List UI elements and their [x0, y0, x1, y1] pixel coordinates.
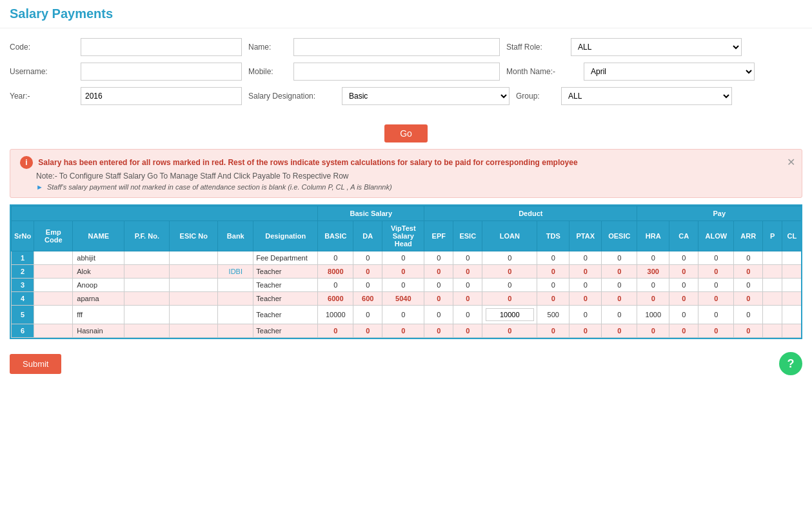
th-ca: CA — [669, 221, 698, 251]
code-input[interactable] — [81, 38, 242, 56]
cell-srno: 5 — [12, 306, 34, 324]
cell-oesic: 0 — [602, 279, 637, 292]
username-input[interactable] — [81, 63, 242, 81]
cell-esicno — [170, 279, 218, 292]
cell-name: abhijit — [73, 251, 124, 265]
col-group-pay: Pay — [637, 206, 802, 221]
cell-bank — [218, 306, 253, 324]
cell-desig: Teacher — [253, 279, 318, 292]
month-name-select[interactable]: JanuaryFebruaryMarch AprilMayJune JulyAu… — [584, 63, 755, 81]
th-desig: Designation — [253, 221, 318, 251]
cell-oesic: 0 — [602, 324, 637, 338]
form-row-1: Code: Name: Staff Role: ALL Teacher Admi… — [10, 38, 802, 56]
table-row: 4 aparna Teacher 6000 600 5040 0 0 0 0 0… — [12, 292, 803, 306]
cell-p — [763, 324, 782, 338]
cell-ptax: 0 — [569, 324, 602, 338]
th-esic: ESIC — [453, 221, 482, 251]
cell-vip: 0 — [382, 324, 424, 338]
table-row: 3 Anoop Teacher 0 0 0 0 0 0 0 0 0 0 0 0 … — [12, 279, 803, 292]
info-icon: i — [20, 156, 33, 169]
cell-ca: 0 — [669, 251, 698, 265]
year-label: Year:- — [10, 92, 74, 101]
cell-da: 0 — [353, 324, 382, 338]
cell-vip: 0 — [382, 279, 424, 292]
th-esicno: ESIC No — [170, 221, 218, 251]
cell-p — [763, 306, 782, 324]
col-group-row: Basic Salary Deduct Pay — [12, 206, 803, 221]
cell-pf — [124, 279, 170, 292]
cell-hra: 0 — [637, 324, 669, 338]
col-group-basic: Basic Salary — [318, 206, 424, 221]
form-section: Code: Name: Staff Role: ALL Teacher Admi… — [0, 28, 812, 118]
group-label: Group: — [516, 92, 555, 101]
form-row-3: Year:- Salary Designation: BasicAdvanceO… — [10, 87, 802, 105]
cell-arr: 0 — [734, 292, 763, 306]
help-button[interactable]: ? — [779, 352, 802, 375]
page-header: Salary Payments — [0, 0, 812, 28]
cell-srno: 1 — [12, 251, 34, 265]
cell-basic: 10000 — [318, 306, 353, 324]
year-input[interactable] — [81, 87, 242, 105]
cell-basic: 0 — [318, 324, 353, 338]
cell-epf: 0 — [424, 306, 453, 324]
col-group-extra — [802, 206, 802, 221]
cell-loan[interactable] — [482, 306, 537, 324]
cell-ptax: 0 — [569, 279, 602, 292]
cell-alow: 0 — [698, 324, 734, 338]
cell-srno: 2 — [12, 265, 34, 279]
cell-tds: 500 — [537, 306, 569, 324]
month-name-label: Month Name:- — [506, 67, 577, 76]
cell-ptax: 0 — [569, 306, 602, 324]
play-icon: ► — [36, 183, 43, 191]
alert-close-button[interactable]: ✕ — [787, 156, 795, 168]
cell-name: aparna — [73, 292, 124, 306]
cell-desig: Teacher — [253, 324, 318, 338]
cell-name: Anoop — [73, 279, 124, 292]
cell-da: 0 — [353, 306, 382, 324]
group-select[interactable]: ALLGroup AGroup B — [561, 87, 732, 105]
col-group-deduct: Deduct — [424, 206, 637, 221]
cell-ca: 0 — [669, 306, 698, 324]
cell-srno: 6 — [12, 324, 34, 338]
cell-ca: 0 — [669, 265, 698, 279]
name-label: Name: — [248, 43, 287, 52]
submit-button[interactable]: Submit — [10, 354, 61, 374]
mobile-input[interactable] — [293, 63, 500, 81]
staff-role-label: Staff Role: — [506, 43, 564, 52]
cell-ca: 0 — [669, 324, 698, 338]
cell-hra: 0 — [637, 279, 669, 292]
cell-esic: 0 — [453, 251, 482, 265]
table-row: 1 abhijit Fee Department 0 0 0 0 0 0 0 0… — [12, 251, 803, 265]
cell-bank — [218, 279, 253, 292]
data-table-container[interactable]: Basic Salary Deduct Pay SrNo EmpCode NAM… — [10, 204, 802, 339]
cell-cl — [782, 306, 802, 324]
cell-epf: 0 — [424, 324, 453, 338]
cell-p — [763, 292, 782, 306]
th-name: NAME — [73, 221, 124, 251]
go-button[interactable]: Go — [384, 124, 428, 142]
loan-input-4[interactable] — [486, 308, 534, 321]
cell-hra: 300 — [637, 265, 669, 279]
go-section: Go — [0, 124, 812, 142]
cell-bank: IDBI — [218, 265, 253, 279]
cell-pf — [124, 251, 170, 265]
cell-empcode — [34, 306, 73, 324]
staff-role-select[interactable]: ALL Teacher Admin Other — [571, 38, 742, 56]
th-vip: VipTestSalaryHead — [382, 221, 424, 251]
cell-epf: 0 — [424, 279, 453, 292]
table-row: 2 Alok IDBI Teacher 8000 0 0 0 0 0 0 0 0… — [12, 265, 803, 279]
th-ptax: PTAX — [569, 221, 602, 251]
salary-designation-select[interactable]: BasicAdvanceOther — [342, 87, 510, 105]
cell-empcode — [34, 265, 73, 279]
cell-oesic: 0 — [602, 292, 637, 306]
salary-table: Basic Salary Deduct Pay SrNo EmpCode NAM… — [11, 206, 802, 338]
cell-pf — [124, 324, 170, 338]
cell-cl — [782, 279, 802, 292]
cell-epf: 0 — [424, 251, 453, 265]
cell-desig: Teacher — [253, 306, 318, 324]
cell-vip: 0 — [382, 251, 424, 265]
cell-esic: 0 — [453, 265, 482, 279]
alert-italic: ► Staff's salary payment will not marked… — [36, 183, 792, 191]
name-input[interactable] — [293, 38, 500, 56]
cell-desig: Fee Department — [253, 251, 318, 265]
